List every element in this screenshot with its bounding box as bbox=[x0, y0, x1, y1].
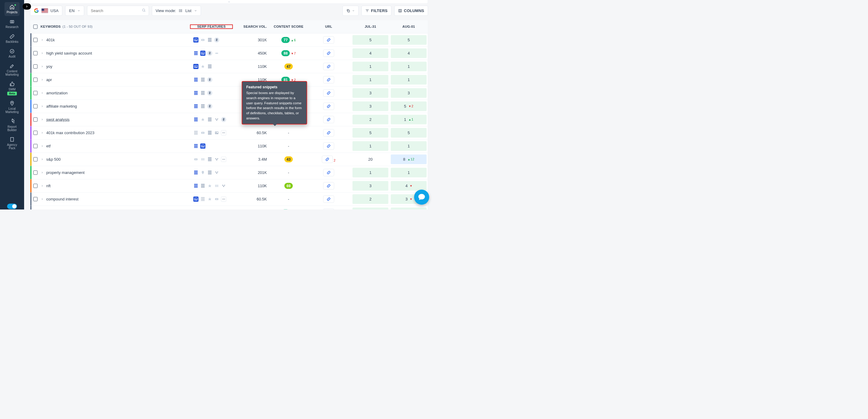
sidebar-item-audit[interactable]: Audit bbox=[4, 47, 20, 60]
row-checkbox[interactable] bbox=[33, 184, 38, 188]
url-link[interactable] bbox=[323, 116, 334, 123]
keyword-text[interactable]: high yield savings account bbox=[46, 51, 92, 56]
row-checkbox[interactable] bbox=[33, 130, 38, 135]
header-serp[interactable]: SERP FEATURES bbox=[197, 25, 226, 29]
viewmode-selector[interactable]: View mode: List bbox=[152, 6, 201, 16]
new-menu-toggle[interactable] bbox=[7, 204, 17, 209]
header-vol[interactable]: SEARCH VOL. bbox=[244, 25, 267, 29]
row-checkbox[interactable] bbox=[33, 157, 38, 161]
search-volume: 60.5K bbox=[233, 130, 271, 136]
sidebar-item-smm[interactable]: SMMBeta bbox=[4, 79, 20, 98]
keyword-text[interactable]: apr bbox=[46, 78, 52, 82]
keyword-text[interactable]: etf bbox=[46, 144, 51, 148]
expand-row[interactable] bbox=[39, 105, 45, 108]
url-link[interactable] bbox=[323, 195, 334, 203]
sidebar-item-local-marketing[interactable]: Local Marketing bbox=[4, 98, 20, 116]
expand-row[interactable] bbox=[39, 184, 45, 187]
sidebar-item-backlinks[interactable]: Backlinks bbox=[4, 32, 20, 46]
language-selector[interactable]: EN bbox=[65, 6, 84, 16]
keyword-text[interactable]: swot analysis bbox=[46, 117, 70, 122]
sidebar-item-content-marketing[interactable]: Content Marketing bbox=[4, 61, 20, 79]
url-link[interactable] bbox=[322, 155, 333, 163]
toolbar: USA EN View mode: List bbox=[24, 6, 434, 20]
keyword-text[interactable]: affiliate marketing bbox=[46, 104, 77, 109]
expand-row[interactable] bbox=[39, 38, 45, 41]
url-link[interactable] bbox=[323, 36, 334, 43]
more-icon[interactable] bbox=[221, 157, 226, 162]
header-score[interactable]: CONTENT SCORE bbox=[274, 25, 304, 29]
sitelinks-icon bbox=[207, 37, 213, 42]
row-checkbox[interactable] bbox=[33, 38, 38, 42]
sidebar-item-report-builder[interactable]: Report Builder bbox=[4, 117, 20, 134]
search-input[interactable] bbox=[91, 6, 145, 16]
svg-point-67 bbox=[216, 173, 217, 173]
sidebar-item-agency-pack[interactable]: Agency Pack bbox=[4, 135, 20, 152]
expand-row[interactable] bbox=[39, 171, 45, 174]
row-checkbox[interactable] bbox=[33, 64, 38, 68]
url-link[interactable] bbox=[323, 129, 334, 136]
columns-button[interactable]: COLUMNS bbox=[395, 6, 428, 16]
header-date1[interactable]: JUL-31 bbox=[365, 25, 376, 29]
url-cell bbox=[306, 76, 351, 83]
row-checkbox[interactable] bbox=[33, 197, 38, 201]
sidebar-expand-button[interactable] bbox=[23, 3, 31, 10]
url-link[interactable] bbox=[323, 50, 334, 57]
svg-point-62 bbox=[222, 159, 223, 159]
url-link[interactable] bbox=[323, 169, 334, 176]
keyword-search[interactable] bbox=[87, 6, 149, 16]
row-checkbox[interactable] bbox=[33, 104, 38, 108]
url-link[interactable] bbox=[323, 102, 334, 110]
featured-snippet-icon bbox=[193, 51, 198, 56]
filters-button[interactable]: FILTERS bbox=[362, 6, 392, 16]
row-checkbox[interactable] bbox=[33, 51, 38, 55]
row-checkbox[interactable] bbox=[33, 170, 38, 175]
sitelinks-icon bbox=[207, 130, 213, 136]
url-link[interactable] bbox=[323, 63, 334, 70]
svg-point-3 bbox=[11, 102, 13, 103]
row-checkbox[interactable] bbox=[33, 144, 38, 148]
expand-row[interactable] bbox=[39, 158, 45, 161]
url-link[interactable] bbox=[323, 89, 334, 96]
row-checkbox[interactable] bbox=[33, 78, 38, 82]
country-selector[interactable]: USA bbox=[30, 6, 62, 16]
copy-button[interactable] bbox=[343, 6, 359, 16]
url-link[interactable] bbox=[323, 182, 334, 189]
keyword-text[interactable]: amortization bbox=[46, 91, 68, 95]
keyword-text[interactable]: property management bbox=[46, 170, 85, 175]
expand-row[interactable] bbox=[39, 198, 45, 201]
chat-button[interactable] bbox=[414, 189, 429, 205]
thumb-icon bbox=[9, 81, 15, 87]
header-keywords[interactable]: KEYWORDS bbox=[41, 25, 61, 29]
keyword-text[interactable]: yoy bbox=[46, 64, 53, 69]
keyword-text[interactable]: 401k bbox=[46, 38, 55, 42]
url-link[interactable] bbox=[323, 209, 334, 210]
keyword-text[interactable]: 401k max contribution 2023 bbox=[46, 130, 95, 135]
sidebar-item-research[interactable]: Research bbox=[4, 17, 20, 31]
expand-row[interactable] bbox=[39, 79, 45, 81]
row-checkbox[interactable] bbox=[33, 117, 38, 121]
expand-row[interactable] bbox=[39, 52, 45, 55]
rank-cell: 5 bbox=[352, 128, 389, 138]
keyword-text[interactable]: s&p 500 bbox=[46, 157, 61, 161]
url-link[interactable] bbox=[323, 76, 334, 83]
search-volume: 110K bbox=[233, 64, 271, 69]
header-url[interactable]: URL bbox=[325, 25, 332, 29]
ads-icon bbox=[221, 117, 226, 122]
expand-row[interactable] bbox=[39, 118, 45, 121]
more-icon[interactable] bbox=[221, 197, 226, 202]
header-date2[interactable]: AUG-01 bbox=[402, 25, 415, 29]
svg-point-66 bbox=[217, 172, 218, 172]
more-icon[interactable] bbox=[221, 130, 226, 136]
collapsed-panel[interactable] bbox=[30, 0, 428, 4]
sidebar-item-projects[interactable]: Projects bbox=[4, 2, 20, 16]
row-checkbox[interactable] bbox=[33, 91, 38, 95]
svg-point-84 bbox=[222, 199, 223, 199]
expand-row[interactable] bbox=[39, 65, 45, 68]
expand-row[interactable] bbox=[39, 92, 45, 94]
keyword-text[interactable]: compound interest bbox=[46, 197, 79, 201]
expand-row[interactable] bbox=[39, 131, 45, 134]
url-link[interactable] bbox=[323, 142, 334, 150]
expand-row[interactable] bbox=[39, 145, 45, 147]
keyword-text[interactable]: nft bbox=[46, 184, 51, 188]
select-all-checkbox[interactable] bbox=[33, 24, 38, 29]
